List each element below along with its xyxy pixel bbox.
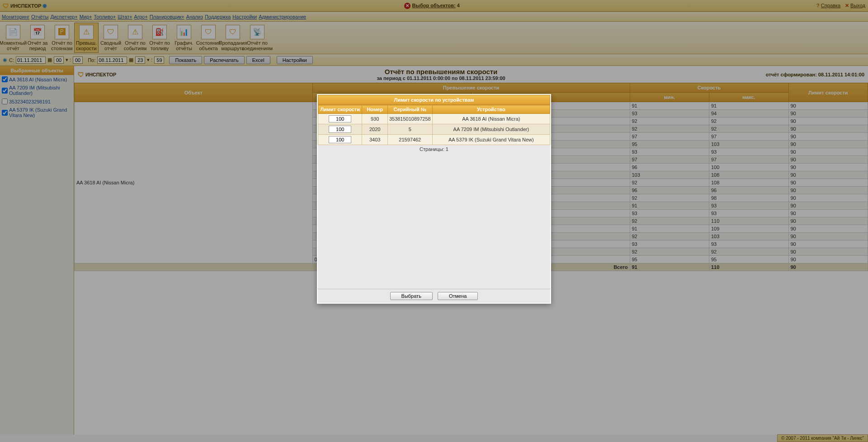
mcol-limit: Лимит скорости	[318, 105, 362, 114]
select-button[interactable]: Выбрать	[390, 292, 433, 300]
modal-row: 930353815010897258AA 3618 AI (Nissan Mic…	[318, 114, 550, 124]
modal-pages: Страницы: 1	[318, 145, 550, 153]
speed-limit-modal: Лимит скорости по устройствам Лимит скор…	[317, 94, 551, 304]
limit-input[interactable]	[329, 126, 351, 133]
mcol-serial: Серийный №	[387, 105, 432, 114]
mcol-device: Устройство	[432, 105, 550, 114]
modal-overlay: Лимит скорости по устройствам Лимит скор…	[0, 0, 868, 435]
limit-input[interactable]	[329, 136, 351, 143]
modal-title: Лимит скорости по устройствам	[318, 95, 550, 105]
cancel-button[interactable]: Отмена	[438, 292, 478, 300]
modal-table: Лимит скорости Номер Серийный № Устройст…	[318, 105, 550, 145]
modal-row: 340321597462AA 5379 IK (Suzuki Grand Vit…	[318, 135, 550, 145]
modal-row: 20205AA 7209 IM (Mitsubishi Outlander)	[318, 124, 550, 135]
mcol-num: Номер	[362, 105, 387, 114]
limit-input[interactable]	[329, 115, 351, 122]
